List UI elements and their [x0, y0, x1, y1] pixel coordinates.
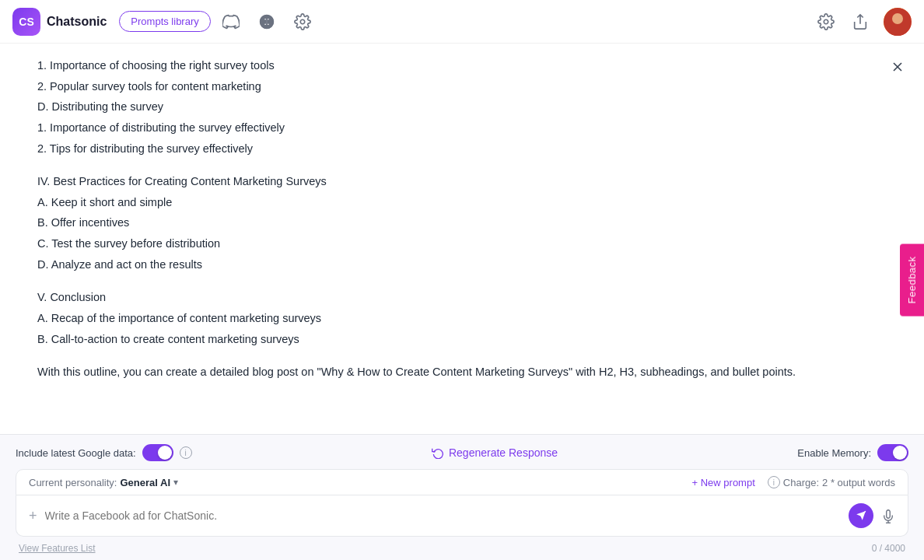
chat-line-7: IV. Best Practices for Creating Content … — [37, 172, 877, 191]
bottom-bar: Include latest Google data: i Regenerate… — [0, 434, 924, 560]
chat-line-3: D. Distributing the survey — [37, 97, 877, 117]
avatar[interactable] — [884, 8, 912, 36]
personality-dropdown-icon[interactable]: ▾ — [173, 477, 178, 488]
chat-line-17: With this outline, you can create a deta… — [37, 362, 877, 382]
plus-icon[interactable]: + — [29, 508, 37, 524]
input-row: + — [16, 495, 908, 537]
chat-line-11: D. Analyze and act on the results — [37, 255, 877, 275]
chat-input[interactable] — [45, 509, 841, 522]
personality-label: Current personality: — [29, 477, 117, 488]
header: CS Chatsonic Prompts library — [0, 0, 924, 44]
chat-line-1: 1. Importance of choosing the right surv… — [37, 56, 877, 75]
share-icon[interactable] — [849, 11, 871, 33]
chat-line-10: C. Test the survey before distribution — [37, 234, 877, 254]
header-right — [815, 8, 912, 36]
charge-info-icon[interactable]: i — [768, 476, 780, 488]
svg-point-2 — [824, 19, 828, 24]
logo-area: CS Chatsonic — [12, 8, 107, 36]
section-gap-2 — [37, 275, 877, 288]
discord-icon[interactable] — [220, 11, 242, 33]
extensions-icon[interactable] — [256, 11, 278, 33]
charge-info: i Charge: 2 * output words — [768, 476, 895, 488]
mic-icon[interactable] — [881, 508, 895, 524]
chat-line-13: V. Conclusion — [37, 288, 877, 307]
regenerate-button[interactable]: Regenerate Response — [432, 446, 558, 459]
new-prompt-button[interactable]: + New prompt — [692, 477, 755, 488]
memory-label: Enable Memory: — [797, 447, 871, 459]
section-gap-1 — [37, 159, 877, 172]
footer-row: View Features List 0 / 4000 — [16, 537, 908, 560]
chat-line-2: 2. Popular survey tools for content mark… — [37, 77, 877, 96]
chat-line-4: 1. Importance of distributing the survey… — [37, 118, 877, 138]
app-name: Chatsonic — [47, 15, 107, 29]
charge-label: Charge: — [783, 477, 819, 488]
memory-toggle[interactable] — [877, 444, 908, 461]
google-data-label: Include latest Google data: — [16, 447, 136, 459]
chat-line-9: B. Offer incentives — [37, 213, 877, 233]
prompts-library-button[interactable]: Prompts library — [119, 11, 210, 32]
controls-row: Include latest Google data: i Regenerate… — [16, 444, 908, 461]
chat-content: 1. Importance of choosing the right surv… — [0, 44, 924, 434]
chat-line-14: A. Recap of the importance of content ma… — [37, 309, 877, 328]
logo-icon: CS — [12, 8, 40, 36]
view-features-link[interactable]: View Features List — [19, 543, 96, 554]
info-icon[interactable]: i — [180, 446, 192, 459]
svg-point-4 — [892, 13, 903, 24]
gear-icon[interactable] — [292, 11, 313, 33]
personality-left: Current personality: General AI ▾ — [29, 477, 178, 488]
chat-area: 1. Importance of choosing the right surv… — [0, 44, 924, 560]
section-gap-3 — [37, 350, 877, 362]
chat-line-8: A. Keep it short and simple — [37, 193, 877, 212]
chat-line-5: 2. Tips for distributing the survey effe… — [37, 139, 877, 159]
svg-point-1 — [300, 19, 305, 24]
personality-row: Current personality: General AI ▾ + New … — [16, 469, 908, 495]
settings-icon-right[interactable] — [815, 11, 837, 33]
memory-toggle-area: Enable Memory: — [797, 444, 908, 461]
chat-line-15: B. Call-to-action to create content mark… — [37, 330, 877, 349]
send-button[interactable] — [849, 503, 873, 528]
google-data-toggle-area: Include latest Google data: i — [16, 444, 192, 461]
charge-value: 2 * output words — [822, 477, 895, 488]
close-button[interactable] — [887, 56, 908, 78]
header-icons — [220, 11, 313, 33]
personality-value: General AI — [120, 477, 170, 488]
google-data-toggle[interactable] — [142, 444, 173, 461]
main-wrapper: 1. Importance of choosing the right surv… — [0, 44, 924, 560]
feedback-tab[interactable]: Feedback — [900, 243, 924, 316]
char-count: 0 / 4000 — [872, 543, 905, 554]
personality-right: + New prompt i Charge: 2 * output words — [692, 476, 896, 488]
svg-marker-9 — [856, 511, 866, 520]
